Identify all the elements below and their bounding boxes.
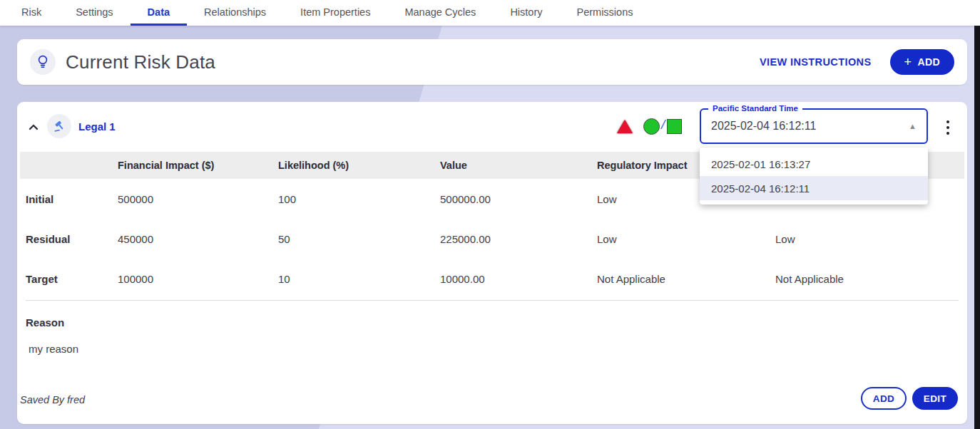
cell-regulatory: Not Applicable: [597, 273, 775, 285]
tab-risk[interactable]: Risk: [4, 0, 58, 26]
header-add-button[interactable]: + ADD: [890, 49, 954, 75]
col-header-likelihood: Likelihood (%): [278, 160, 440, 171]
footer-add-button[interactable]: ADD: [861, 387, 907, 410]
col-header-financial-impact: Financial Impact ($): [118, 160, 278, 171]
cell-likelihood: 10: [278, 273, 440, 285]
timezone-option-1[interactable]: 2025-02-01 16:13:27: [700, 152, 928, 176]
col-header-value: Value: [440, 160, 597, 171]
gavel-icon: [47, 114, 71, 138]
view-instructions-link[interactable]: VIEW INSTRUCTIONS: [760, 56, 872, 68]
timezone-datetime-select[interactable]: Pacific Standard Time 2025-02-04 16:12:1…: [700, 108, 928, 144]
kebab-menu-icon[interactable]: [941, 118, 954, 137]
reason-label: Reason: [26, 316, 64, 329]
cell-value: 225000.00: [440, 233, 597, 245]
table-row-residual: Residual 450000 50 225000.00 Low Low: [20, 219, 964, 259]
timezone-select-value: 2025-02-04 16:12:11: [711, 120, 816, 133]
reason-value: my reason: [29, 343, 78, 355]
green-square-icon: [667, 119, 682, 134]
lightbulb-icon: [30, 49, 56, 75]
tab-manage-cycles[interactable]: Manage Cycles: [387, 0, 493, 26]
table-row-target: Target 100000 10 10000.00 Not Applicable…: [20, 259, 964, 299]
top-navigation: Risk Settings Data Relationships Item Pr…: [0, 0, 980, 26]
section-title-legal-1[interactable]: Legal 1: [78, 120, 116, 133]
saved-by-text: Saved By fred: [20, 394, 85, 405]
cell-other-impact: Not Applicable: [775, 273, 964, 285]
cell-regulatory: Low: [597, 233, 775, 245]
green-circle-icon: [643, 118, 660, 135]
collapse-arrow-icon: ▲: [909, 122, 917, 130]
footer-edit-button[interactable]: EDIT: [912, 387, 958, 410]
tab-item-properties[interactable]: Item Properties: [283, 0, 387, 26]
tab-history[interactable]: History: [493, 0, 559, 26]
dark-edge-strip: [974, 26, 980, 429]
tab-permissions[interactable]: Permissions: [560, 0, 650, 26]
timezone-options-popup: 2025-02-01 16:13:27 2025-02-04 16:12:11: [700, 148, 928, 205]
tab-data[interactable]: Data: [131, 0, 187, 26]
red-triangle-icon: [617, 120, 633, 133]
plus-icon: +: [904, 56, 912, 68]
cell-likelihood: 100: [278, 193, 440, 205]
cell-value: 500000.00: [440, 193, 597, 205]
cell-financial: 100000: [118, 273, 278, 285]
row-label: Initial: [26, 193, 118, 205]
timezone-select-label: Pacific Standard Time: [708, 104, 802, 114]
cell-value: 10000.00: [440, 273, 597, 285]
tab-settings[interactable]: Settings: [58, 0, 130, 26]
cell-financial: 500000: [118, 193, 278, 205]
cell-financial: 450000: [118, 233, 278, 245]
collapse-chevron-up-icon[interactable]: [26, 119, 41, 135]
cell-likelihood: 50: [278, 233, 440, 245]
page-title: Current Risk Data: [66, 51, 215, 73]
risk-data-card: Legal 1 / Pacific Standard Time 2025-02-…: [17, 102, 967, 424]
timezone-option-2[interactable]: 2025-02-04 16:12:11: [700, 176, 928, 200]
cell-other-impact: Low: [775, 233, 964, 245]
row-label: Residual: [26, 233, 118, 245]
header-add-label: ADD: [917, 56, 940, 68]
slash-separator: /: [661, 117, 665, 133]
page-header-card: Current Risk Data VIEW INSTRUCTIONS + AD…: [17, 39, 967, 85]
tab-relationships[interactable]: Relationships: [187, 0, 283, 26]
row-label: Target: [26, 273, 118, 285]
section-divider: [26, 300, 959, 301]
